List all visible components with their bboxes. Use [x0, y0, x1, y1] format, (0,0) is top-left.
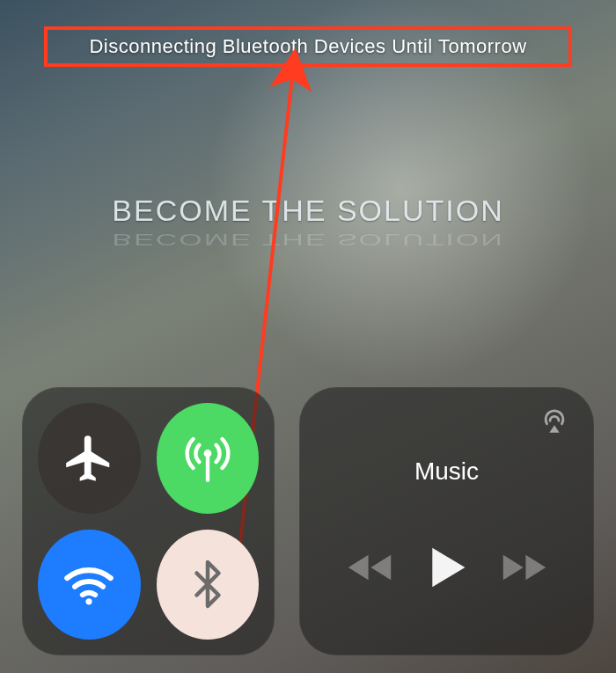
- wifi-button[interactable]: [38, 530, 141, 640]
- connectivity-tile[interactable]: [22, 387, 275, 655]
- next-track-button[interactable]: [501, 550, 548, 589]
- watermark-text: BECOME THE SOLUTION BECOME THE SOLUTION: [9, 194, 607, 257]
- bluetooth-icon: [181, 558, 234, 611]
- next-track-icon: [501, 573, 548, 588]
- airplane-mode-button[interactable]: [38, 403, 141, 514]
- cellular-antenna-icon: [179, 429, 237, 487]
- cellular-data-button[interactable]: [157, 403, 260, 514]
- airplay-icon[interactable]: [539, 406, 569, 440]
- svg-point-3: [86, 598, 92, 604]
- play-button[interactable]: [426, 545, 468, 594]
- status-toast-text: Disconnecting Bluetooth Devices Until To…: [89, 35, 526, 57]
- wifi-icon: [60, 555, 118, 613]
- music-title: Music: [320, 457, 573, 486]
- previous-track-icon: [346, 573, 393, 588]
- bluetooth-button[interactable]: [157, 530, 260, 640]
- status-toast: Disconnecting Bluetooth Devices Until To…: [44, 26, 572, 67]
- play-icon: [426, 578, 468, 593]
- music-tile[interactable]: Music: [299, 387, 594, 655]
- previous-track-button[interactable]: [346, 550, 393, 589]
- airplane-icon: [62, 431, 116, 486]
